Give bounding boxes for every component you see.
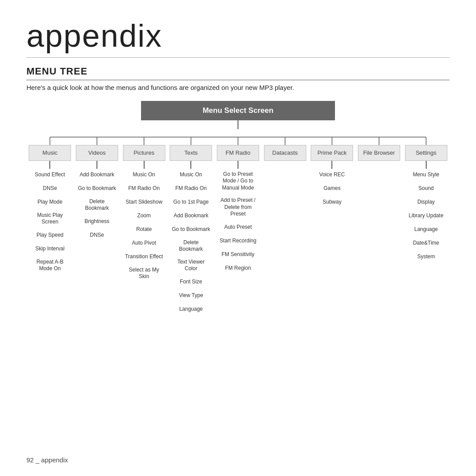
col-item-4-5: FM Region	[217, 262, 259, 275]
col-item-0-2: Play Mode	[29, 196, 71, 208]
col-item-6-2: Subway	[311, 196, 353, 208]
col-item-3-5: Delete Bookmark	[170, 237, 212, 255]
col-item-3-9: Language	[170, 303, 212, 316]
page-title: appendix	[26, 18, 450, 58]
col-connector-1	[97, 161, 97, 169]
col-header-1: Videos	[76, 145, 118, 161]
col-texts: TextsMusic OnFM Radio OnGo to 1st PageAd…	[167, 145, 215, 317]
col-item-2-2: Start Slideshow	[123, 196, 165, 208]
col-item-8-5: Date&Time	[405, 237, 447, 249]
col-prime-pack: Prime PackVoice RECGamesSubway	[309, 145, 356, 210]
col-file-browser: File Browser	[356, 145, 403, 169]
col-header-4: FM Radio	[217, 145, 259, 161]
col-item-3-2: Go to 1st Page	[170, 196, 212, 208]
col-connector-8	[426, 161, 427, 169]
branch-lines-svg	[26, 129, 450, 145]
col-item-4-0: Go to Preset Mode / Go to Manual Mode	[217, 169, 259, 194]
col-header-6: Prime Pack	[311, 145, 353, 161]
col-header-2: Pictures	[123, 145, 165, 161]
col-item-3-6: Text Viewer Color	[170, 257, 212, 275]
col-connector-6	[331, 161, 332, 169]
col-datacasts: Datacasts	[261, 145, 309, 169]
col-item-1-6	[76, 259, 118, 274]
columns-wrapper: MusicSound EffectDNSePlay ModeMusic Play…	[26, 145, 450, 317]
col-item-8-3: Library Update	[405, 210, 447, 222]
col-settings: SettingsMenu StyleSoundDisplayLibrary Up…	[402, 145, 450, 264]
col-header-3: Texts	[170, 145, 212, 161]
col-connector-4	[238, 161, 238, 169]
col-fm-radio: FM RadioGo to Preset Mode / Go to Manual…	[215, 145, 262, 276]
col-item-0-6: Repeat A-B Mode On	[29, 257, 71, 275]
menu-tree: Menu Select Screen MusicSound EffectDNSe…	[26, 101, 450, 317]
col-item-8-6: System	[405, 251, 447, 263]
col-item-1-5	[76, 243, 118, 258]
col-music: MusicSound EffectDNSePlay ModeMusic Play…	[26, 145, 74, 276]
col-item-2-7: Select as My Skin	[123, 264, 165, 283]
col-item-0-3: Music Play Screen	[29, 210, 71, 228]
col-item-1-4: DNSe	[76, 229, 118, 242]
col-item-2-4: Rotate	[123, 223, 165, 236]
footer: 92 _ appendix	[26, 456, 68, 464]
col-header-5: Datacasts	[264, 145, 306, 161]
col-item-4-3: Start Recording	[217, 235, 259, 247]
col-item-1-1: Go to Bookmark	[76, 182, 118, 195]
col-connector-2	[144, 161, 145, 169]
section-title: MENU TREE	[26, 66, 450, 80]
root-box: Menu Select Screen	[141, 101, 335, 120]
col-item-2-0: Music On	[123, 169, 165, 181]
col-connector-3	[190, 161, 191, 169]
col-item-8-2: Display	[405, 196, 447, 208]
col-item-3-3: Add Bookmark	[170, 210, 212, 222]
col-item-1-3: Brightness	[76, 216, 118, 228]
col-connector-0	[49, 161, 50, 169]
col-item-3-8: View Type	[170, 290, 212, 302]
col-item-8-0: Menu Style	[405, 169, 447, 181]
col-item-0-4: Play Speed	[29, 229, 71, 242]
description: Here's a quick look at how the menus and…	[26, 83, 450, 93]
col-item-4-1: Add to Preset / Delete from Preset	[217, 195, 259, 220]
col-header-7: File Browser	[358, 145, 400, 161]
col-item-2-3: Zoom	[123, 210, 165, 222]
col-item-0-1: DNSe	[29, 182, 71, 195]
col-item-0-0: Sound Effect	[29, 169, 71, 181]
col-item-8-1: Sound	[405, 182, 447, 195]
col-item-6-1: Games	[311, 182, 353, 195]
col-item-2-5: Auto Pivot	[123, 237, 165, 249]
col-item-1-2: Delete Bookmark	[76, 196, 118, 214]
col-item-3-0: Music On	[170, 169, 212, 181]
col-item-8-4: Language	[405, 223, 447, 236]
col-item-2-6: Transition Effect	[123, 251, 165, 263]
col-pictures: PicturesMusic OnFM Radio OnStart Slidesh…	[120, 145, 167, 284]
col-header-0: Music	[29, 145, 71, 161]
col-item-4-2: Auto Preset	[217, 221, 259, 234]
col-item-2-1: FM Radio On	[123, 182, 165, 195]
col-item-4-4: FM Sensitivity	[217, 249, 259, 261]
col-item-3-4: Go to Bookmark	[170, 223, 212, 236]
col-item-3-1: FM Radio On	[170, 182, 212, 195]
col-item-3-7: Font Size	[170, 276, 212, 288]
col-item-1-0: Add Bookmark	[76, 169, 118, 181]
col-videos: VideosAdd BookmarkGo to BookmarkDelete B…	[74, 145, 121, 275]
col-header-8: Settings	[405, 145, 447, 161]
root-connector	[238, 120, 238, 129]
col-item-0-5: Skip Interval	[29, 243, 71, 255]
col-item-6-0: Voice REC	[311, 169, 353, 181]
